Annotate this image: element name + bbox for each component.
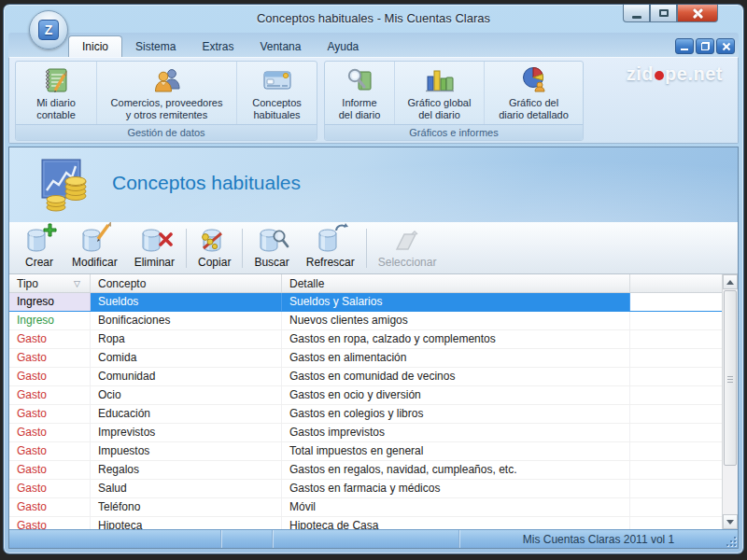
ribbon-group-label: Gráficos e informes (325, 124, 583, 140)
cell-concepto: Imprevistos (91, 424, 282, 441)
cell-filler (630, 386, 722, 404)
cell-concepto: Ropa (91, 330, 282, 348)
table-row[interactable]: Ingreso Sueldos Sueldos y Salarios (9, 293, 722, 312)
table-row[interactable]: Gasto Impuestos Total impuestos en gener… (9, 442, 722, 461)
column-label: Tipo (17, 277, 38, 290)
cell-concepto: Salud (91, 480, 282, 497)
bar-chart-icon (424, 63, 456, 97)
cell-concepto: Teléfono (91, 498, 282, 516)
pie-chart-icon (519, 63, 549, 97)
toolbar-button-label: Modificar (72, 256, 118, 269)
ribbon: Mi diario contable (8, 57, 739, 144)
crear-button[interactable]: Crear (15, 225, 63, 272)
table-row[interactable]: Ingreso Bonificaciones Nuevos clientes a… (9, 312, 722, 330)
concepts-table: Tipo ▽ Concepto Detalle Ingreso Sueldos … (9, 274, 738, 529)
cell-detalle: Gastos en ocio y diversión (282, 386, 630, 404)
mdi-window-controls (675, 38, 735, 54)
ribbon-button-grafico-detallado[interactable]: Gráfico del diario detallado (484, 62, 583, 124)
column-header-filler (630, 274, 722, 292)
minimize-button[interactable] (623, 5, 650, 22)
ribbon-button-label: diario detallado (499, 109, 569, 121)
mdi-close-icon (722, 42, 730, 50)
tab-extras[interactable]: Extras (189, 36, 247, 57)
toolbar-button-label: Seleccionar (378, 256, 437, 269)
mdi-close-button[interactable] (716, 38, 735, 54)
cell-tipo: Gasto (9, 405, 91, 423)
cell-filler (630, 498, 722, 516)
close-button[interactable] (677, 5, 718, 22)
ribbon-button-comercios-proveedores[interactable]: Comercios, proveedores y otros remitente… (96, 62, 236, 124)
eliminar-button[interactable]: Eliminar (126, 225, 183, 272)
cell-filler (630, 405, 722, 423)
table-row[interactable]: Gasto Comida Gastos en alimentación (9, 349, 722, 368)
cell-tipo: Gasto (9, 461, 91, 479)
ribbon-button-conceptos-habituales[interactable]: Conceptos habituales (236, 62, 317, 124)
app-menu-button[interactable]: Z (29, 10, 68, 49)
toolbar-button-label: Crear (25, 256, 53, 269)
cell-detalle: Gastos en comunidad de vecinos (282, 368, 630, 385)
tab-inicio[interactable]: Inicio (68, 35, 122, 57)
ribbon-button-label: habituales (253, 109, 300, 121)
table-row[interactable]: Gasto Ocio Gastos en ocio y diversión (9, 386, 722, 405)
seleccionar-button: Seleccionar (370, 225, 445, 272)
minimize-icon (632, 16, 641, 19)
window-frame: Z Conceptos habituales - Mis Cuentas Cla… (3, 4, 744, 554)
sort-descending-icon: ▽ (74, 279, 82, 288)
mdi-minimize-button[interactable] (675, 38, 694, 54)
table-header: Tipo ▽ Concepto Detalle (9, 274, 722, 293)
cell-tipo: Ingreso (9, 312, 91, 329)
table-row[interactable]: Gasto Ropa Gastos en ropa, calzado y com… (9, 330, 722, 349)
mdi-restore-button[interactable] (696, 38, 714, 54)
search-icon (256, 226, 288, 256)
scroll-down-button[interactable] (723, 514, 738, 529)
cell-detalle: Gastos en farmacia y médicos (282, 480, 630, 497)
vertical-scrollbar[interactable] (722, 274, 738, 529)
scrollbar-thumb[interactable] (724, 290, 737, 466)
ribbon-button-grafico-global[interactable]: Gráfico global del diario (394, 62, 484, 124)
column-label: Concepto (98, 277, 146, 290)
copy-icon (199, 226, 231, 256)
resize-grip[interactable] (724, 534, 736, 546)
table-row[interactable]: Gasto Imprevistos Gastos imprevistos (9, 424, 722, 442)
table-row[interactable]: Gasto Salud Gastos en farmacia y médicos (9, 480, 722, 498)
cell-tipo: Gasto (9, 517, 91, 529)
ribbon-button-label: Gráfico del (509, 97, 558, 109)
scroll-up-button[interactable] (723, 274, 738, 289)
ribbon-button-label: Informe (342, 97, 376, 109)
modificar-button[interactable]: Modificar (63, 225, 126, 272)
ribbon-button-informe-del-diario[interactable]: Informe del diario (325, 62, 394, 124)
table-row[interactable]: Gasto Comunidad Gastos en comunidad de v… (9, 368, 722, 386)
maximize-button[interactable] (650, 5, 677, 22)
table-row[interactable]: Gasto Hipoteca Hipoteca de Casa (9, 517, 722, 529)
cell-filler (630, 293, 722, 311)
action-toolbar: Crear Modificar (9, 222, 738, 274)
column-header-concepto[interactable]: Concepto (91, 274, 282, 292)
ribbon-button-mi-diario-contable[interactable]: Mi diario contable (16, 62, 96, 124)
ribbon-button-label: Gráfico global (408, 97, 472, 109)
column-label: Detalle (289, 277, 324, 290)
column-header-tipo[interactable]: Tipo ▽ (9, 274, 91, 292)
app-logo-letter: Z (45, 22, 53, 37)
ribbon-button-label: y otros remitentes (126, 109, 207, 121)
close-icon (692, 7, 703, 19)
table-row[interactable]: Gasto Teléfono Móvil (9, 498, 722, 517)
table-row[interactable]: Gasto Educación Gastos en colegios y lib… (9, 405, 722, 424)
scrollbar-track[interactable] (723, 289, 738, 514)
refrescar-button[interactable]: Refrescar (298, 225, 363, 272)
brand-text: pe.net (665, 63, 723, 84)
cell-filler (630, 312, 722, 329)
table-body: Ingreso Sueldos Sueldos y Salarios Ingre… (9, 293, 722, 529)
tab-ventana[interactable]: Ventana (247, 36, 314, 57)
table-row[interactable]: Gasto Regalos Gastos en regalos, navidad… (9, 461, 722, 480)
column-header-detalle[interactable]: Detalle (282, 274, 630, 292)
cell-detalle: Gastos imprevistos (282, 424, 630, 441)
tab-ayuda[interactable]: Ayuda (314, 36, 372, 57)
title-bar[interactable]: Z Conceptos habituales - Mis Cuentas Cla… (8, 5, 739, 33)
cell-tipo: Gasto (9, 330, 91, 348)
copiar-button[interactable]: Copiar (190, 225, 239, 272)
cell-concepto: Regalos (91, 461, 282, 479)
brand-dot-icon (655, 71, 664, 80)
buscar-button[interactable]: Buscar (246, 225, 297, 272)
cell-detalle: Gastos en ropa, calzado y complementos (282, 330, 630, 348)
tab-sistema[interactable]: Sistema (122, 36, 189, 57)
